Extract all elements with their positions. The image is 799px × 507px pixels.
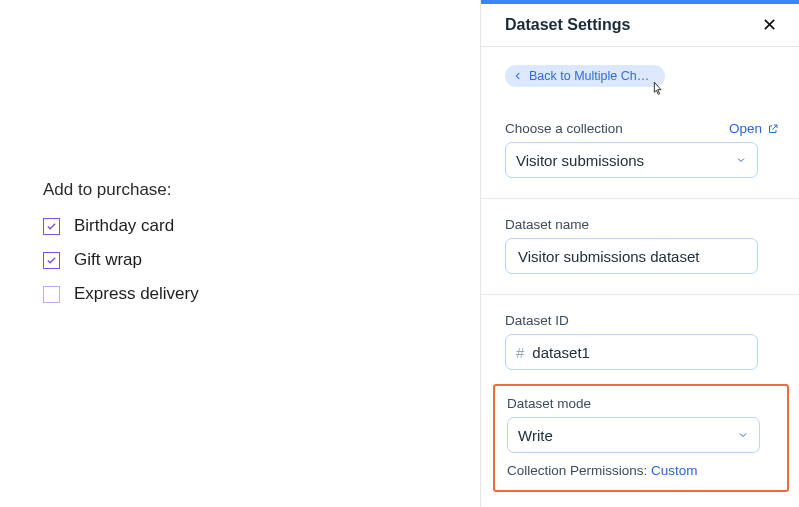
collection-label: Choose a collection — [505, 121, 623, 136]
permissions-label: Collection Permissions: — [507, 463, 651, 478]
collection-select[interactable]: Visitor submissions — [505, 142, 758, 178]
dataset-mode-value: Write — [518, 427, 553, 444]
dataset-id-input[interactable] — [530, 343, 747, 362]
open-collection-link[interactable]: Open — [729, 121, 779, 136]
dataset-id-label: Dataset ID — [505, 313, 569, 328]
dataset-mode-select[interactable]: Write — [507, 417, 760, 453]
back-chip[interactable]: Back to Multiple Choice — [505, 65, 665, 87]
dataset-name-field[interactable] — [505, 238, 758, 274]
dataset-id-field[interactable]: # — [505, 334, 758, 370]
checkbox-icon[interactable] — [43, 218, 60, 235]
chevron-down-icon — [735, 154, 747, 166]
checkbox-icon[interactable] — [43, 286, 60, 303]
option-row[interactable]: Birthday card — [43, 216, 480, 236]
chevron-left-icon — [513, 71, 523, 81]
option-row[interactable]: Express delivery — [43, 284, 480, 304]
open-link-text: Open — [729, 121, 762, 136]
dataset-mode-label: Dataset mode — [507, 396, 591, 411]
dataset-name-label: Dataset name — [505, 217, 589, 232]
option-row[interactable]: Gift wrap — [43, 250, 480, 270]
purchase-heading: Add to purchase: — [43, 180, 480, 200]
dataset-mode-highlight: Dataset mode Write Collection Permission… — [493, 384, 789, 492]
collection-value: Visitor submissions — [516, 152, 644, 169]
hash-prefix: # — [516, 344, 524, 361]
section-divider — [481, 198, 799, 199]
close-icon[interactable]: ✕ — [758, 14, 781, 36]
chevron-down-icon — [737, 429, 749, 441]
back-chip-label: Back to Multiple Choice — [529, 69, 653, 83]
dataset-name-input[interactable] — [516, 247, 747, 266]
canvas-area: Add to purchase: Birthday card Gift wrap… — [0, 0, 480, 507]
permissions-link[interactable]: Custom — [651, 463, 698, 478]
panel-title: Dataset Settings — [505, 16, 630, 34]
settings-panel: Dataset Settings ✕ Back to Multiple Choi… — [481, 0, 799, 507]
option-label: Express delivery — [74, 284, 199, 304]
panel-header: Dataset Settings ✕ — [481, 4, 799, 47]
section-divider — [481, 294, 799, 295]
external-link-icon — [767, 123, 779, 135]
option-label: Birthday card — [74, 216, 174, 236]
option-label: Gift wrap — [74, 250, 142, 270]
checkbox-icon[interactable] — [43, 252, 60, 269]
